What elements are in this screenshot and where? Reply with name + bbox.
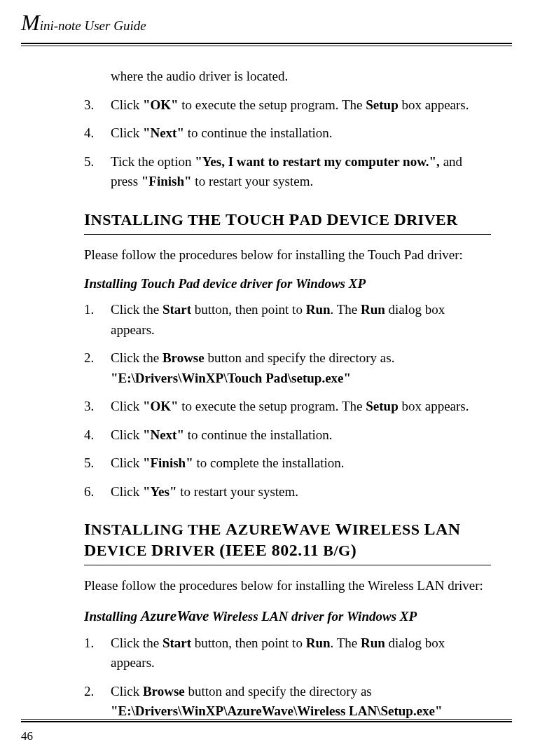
guide-title-initial: M xyxy=(21,10,40,35)
step-body: Click "Yes" to restart your system. xyxy=(111,482,491,502)
guide-title-rest: ini-note User Guide xyxy=(40,18,146,33)
intro-paragraph: where the audio driver is located. xyxy=(111,67,491,85)
step-number: 4. xyxy=(84,123,111,144)
step-number: 3. xyxy=(84,95,111,116)
step-number: 3. xyxy=(84,397,111,417)
step-item: 2. Click Browse button and specify the d… xyxy=(84,682,491,722)
file-path: "E:\Drivers\WinXP\Touch Pad\setup.exe" xyxy=(111,371,351,385)
step-number: 1. xyxy=(84,633,111,673)
step-item: 1. Click the Start button, then point to… xyxy=(84,300,491,340)
step-body: Click "OK" to execute the setup program.… xyxy=(111,397,491,417)
step-number: 2. xyxy=(84,348,111,388)
step-body: Click "OK" to execute the setup program.… xyxy=(111,95,491,116)
step-item: 5. Click "Finish" to complete the instal… xyxy=(84,453,491,474)
sub-heading-touchpad: Installing Touch Pad device driver for W… xyxy=(84,276,491,291)
step-body: Click the Start button, then point to Ru… xyxy=(111,300,491,340)
section-rule xyxy=(84,565,491,565)
section-rule xyxy=(84,234,491,235)
step-item: 5. Tick the option "Yes, I want to resta… xyxy=(84,152,491,192)
step-body: Click Browse button and specify the dire… xyxy=(111,682,491,722)
guide-title: Mini-note User Guide xyxy=(21,10,512,41)
step-body: Click "Next" to continue the installatio… xyxy=(111,425,491,446)
page-footer: 46 xyxy=(21,719,512,743)
sub-heading-wlan: Installing AzureWave Wireless LAN driver… xyxy=(84,607,491,625)
page-header: Mini-note User Guide xyxy=(0,0,533,46)
step-body: Click "Next" to continue the installatio… xyxy=(111,123,491,144)
step-number: 1. xyxy=(84,300,111,340)
step-body: Tick the option "Yes, I want to restart … xyxy=(111,152,491,192)
step-item: 2. Click the Browse button and specify t… xyxy=(84,348,491,388)
section-paragraph: Please follow the procedures below for i… xyxy=(84,577,491,595)
step-number: 5. xyxy=(84,453,111,474)
step-item: 4. Click "Next" to continue the installa… xyxy=(84,425,491,446)
step-item: 3. Click "OK" to execute the setup progr… xyxy=(84,397,491,417)
step-number: 4. xyxy=(84,425,111,446)
footer-rule xyxy=(21,719,512,722)
page-number: 46 xyxy=(21,729,512,743)
page-content: where the audio driver is located. 3. Cl… xyxy=(0,46,533,722)
step-item: 3. Click "OK" to execute the setup progr… xyxy=(84,95,491,116)
step-number: 6. xyxy=(84,482,111,502)
step-number: 5. xyxy=(84,152,111,192)
section-paragraph: Please follow the procedures below for i… xyxy=(84,246,491,264)
step-body: Click the Start button, then point to Ru… xyxy=(111,633,491,673)
step-body: Click the Browse button and specify the … xyxy=(111,348,491,388)
step-item: 4. Click "Next" to continue the installa… xyxy=(84,123,491,144)
section-heading-touchpad: INSTALLING THE TOUCH PAD DEVICE DRIVER xyxy=(84,209,491,230)
step-body: Click "Finish" to complete the installat… xyxy=(111,453,491,474)
step-item: 6. Click "Yes" to restart your system. xyxy=(84,482,491,502)
step-item: 1. Click the Start button, then point to… xyxy=(84,633,491,673)
section-heading-wlan: INSTALLING THE AZUREWAVE WIRELESS LAN DE… xyxy=(84,518,491,561)
step-number: 2. xyxy=(84,682,111,722)
file-path: "E:\Drivers\WinXP\AzureWave\Wireless LAN… xyxy=(111,703,443,718)
